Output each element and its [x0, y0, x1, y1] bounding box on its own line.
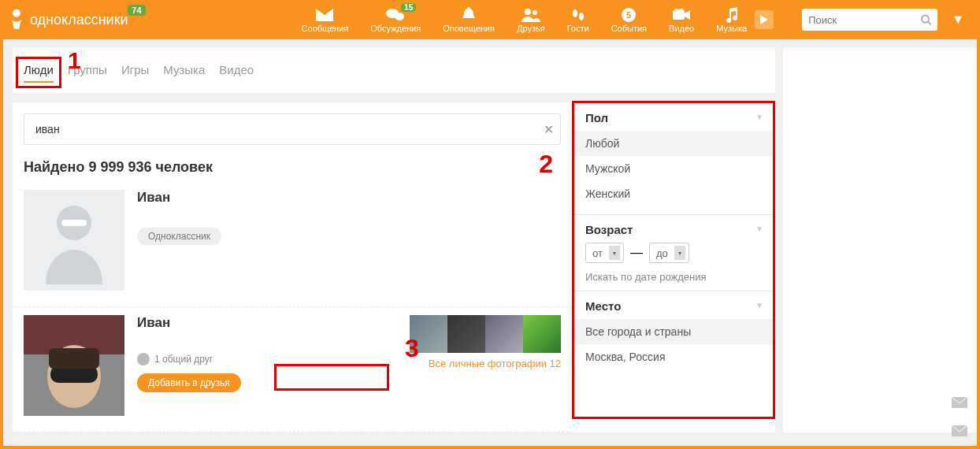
search-by-dob-link[interactable]: Искать по дате рождения — [585, 271, 762, 283]
svg-point-5 — [573, 9, 577, 17]
svg-point-11 — [679, 9, 684, 13]
user-photo-icon — [24, 315, 124, 416]
nav-friends[interactable]: Друзья — [517, 6, 545, 33]
footprints-icon — [568, 6, 588, 24]
collapse-caret-icon[interactable]: ▼ — [755, 113, 763, 121]
mutual-friends[interactable]: 1 общий друг — [137, 353, 397, 366]
play-button[interactable] — [755, 10, 774, 29]
envelope-icon — [314, 6, 335, 24]
result-name[interactable]: Иван — [137, 315, 397, 331]
collapse-caret-icon[interactable]: ▼ — [755, 224, 763, 233]
add-friend-button[interactable]: Добавить в друзья — [137, 373, 241, 392]
site-logo[interactable]: одноклассники 74 — [8, 8, 128, 32]
annotation-3: 3 — [405, 334, 419, 363]
results-count: Найдено 9 999 936 человек 2 — [13, 145, 572, 182]
tab-music[interactable]: Музыка — [163, 63, 205, 83]
place-option-moscow[interactable]: Москва, Россия — [585, 344, 762, 369]
header-menu-caret[interactable]: ▼ — [944, 5, 972, 35]
discuss-badge: 15 — [401, 3, 416, 12]
svg-text:5: 5 — [626, 10, 631, 20]
filter-age: Возраст ▼ от▾ — до▾ Искать по дате рожде… — [574, 215, 773, 291]
filter-place: Место ▼ Все города и страны Москва, Росс… — [574, 291, 773, 417]
nav-guests[interactable]: Гости — [567, 6, 589, 33]
svg-point-10 — [674, 9, 679, 13]
play-icon — [760, 15, 768, 24]
nav-video[interactable]: Видео — [669, 6, 694, 33]
age-to-select[interactable]: до▾ — [649, 243, 689, 263]
people-search-field[interactable]: ✕ — [24, 113, 561, 145]
dropdown-caret-icon: ▾ — [609, 246, 620, 260]
annotation-2: 2 — [539, 150, 553, 179]
tab-people[interactable]: Люди — [24, 63, 54, 83]
floating-message-icons — [952, 397, 967, 436]
photo-thumbnails[interactable] — [410, 315, 561, 353]
search-icon — [921, 14, 931, 25]
clear-search-icon[interactable]: ✕ — [544, 122, 554, 137]
result-card-1: Иван Одноклассник — [13, 182, 572, 307]
people-icon — [521, 6, 541, 24]
svg-rect-19 — [49, 348, 99, 369]
video-camera-icon — [671, 6, 692, 24]
people-search-input[interactable] — [31, 123, 544, 135]
filters-panel: Пол ▼ Любой Мужской Женский Возраст ▼ от… — [572, 102, 775, 432]
bell-icon — [458, 6, 479, 24]
ok-logo-icon — [8, 8, 25, 32]
envelope-icon[interactable] — [952, 397, 967, 408]
header-search[interactable] — [802, 9, 937, 31]
collapse-caret-icon[interactable]: ▼ — [755, 301, 763, 310]
coin-icon: 5 — [618, 6, 639, 24]
thumbnail[interactable] — [485, 315, 523, 353]
nav-alerts[interactable]: Оповещения — [443, 6, 495, 33]
place-option-all[interactable]: Все города и страны — [574, 319, 773, 344]
music-note-icon — [722, 6, 742, 24]
person-silhouette-icon — [36, 196, 112, 284]
mutual-friend-avatar-icon — [137, 353, 150, 366]
tab-games[interactable]: Игры — [121, 63, 149, 83]
svg-point-0 — [13, 9, 20, 17]
svg-rect-14 — [61, 220, 87, 226]
gender-option-female[interactable]: Женский — [585, 181, 762, 206]
result-name[interactable]: Иван — [137, 190, 561, 206]
all-photos-link[interactable]: Все личные фотографии 12 — [410, 358, 561, 369]
thumbnail[interactable] — [523, 315, 561, 353]
dropdown-caret-icon: ▾ — [674, 246, 685, 260]
nav-messages[interactable]: Сообщения — [302, 6, 349, 33]
notifications-count-badge: 74 — [128, 5, 145, 16]
filter-gender: Пол ▼ Любой Мужской Женский — [574, 103, 773, 215]
site-name: одноклассники — [30, 12, 128, 28]
avatar-placeholder[interactable] — [24, 190, 124, 291]
envelope-icon[interactable] — [952, 425, 967, 436]
svg-point-2 — [395, 13, 404, 20]
search-tabs: Люди Группы Игры Музыка Видео — [13, 47, 775, 93]
svg-point-4 — [533, 10, 537, 15]
page-body: Люди Группы Игры Музыка Видео ✕ Найдено … — [0, 39, 980, 432]
main-column: Люди Группы Игры Музыка Видео ✕ Найдено … — [13, 47, 775, 432]
main-header: одноклассники 74 Сообщения 15 Обсуждения… — [0, 0, 980, 39]
annotation-1: 1 — [68, 47, 81, 74]
nav-events[interactable]: 5 События — [611, 6, 647, 33]
top-toolbar: Сообщения 15 Обсуждения Оповещения Друзь… — [302, 6, 748, 33]
thumbnail[interactable] — [447, 315, 485, 353]
svg-point-12 — [922, 15, 929, 22]
header-search-input[interactable] — [808, 14, 921, 26]
svg-point-3 — [525, 9, 531, 15]
nav-music[interactable]: Музыка — [716, 6, 747, 33]
svg-point-6 — [579, 13, 584, 20]
annotation-box-3 — [274, 364, 389, 391]
nav-discussions[interactable]: 15 Обсуждения — [370, 6, 421, 33]
avatar-photo[interactable] — [24, 315, 124, 416]
gender-option-male[interactable]: Мужской — [585, 156, 762, 181]
gender-option-any[interactable]: Любой — [574, 131, 773, 156]
result-card-2: Иван 1 общий друг Добавить в друзья 3 — [13, 307, 572, 432]
age-from-select[interactable]: от▾ — [585, 243, 624, 263]
results-column: ✕ Найдено 9 999 936 человек 2 Иван Однок… — [13, 102, 572, 432]
right-sidebar — [783, 47, 980, 432]
tab-video[interactable]: Видео — [219, 63, 254, 83]
relation-tag[interactable]: Одноклассник — [137, 228, 221, 245]
